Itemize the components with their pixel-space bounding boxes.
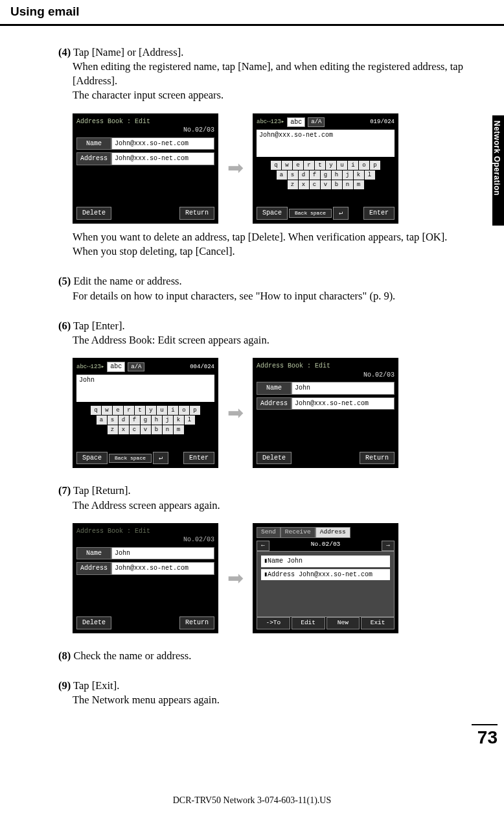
address-edit-button[interactable]: Edit [292,617,325,629]
kbd2-backspace-button[interactable]: Back space [109,454,152,463]
keyboard-key[interactable]: r [124,406,134,415]
footer: DCR-TRV50 Network 3-074-603-11(1).US [0,795,504,807]
tab-send[interactable]: Send [257,527,281,538]
keyboard-key[interactable]: x [299,180,309,189]
keyboard-key[interactable]: n [343,180,353,189]
keyboard-key[interactable]: p [190,406,200,415]
edit3-delete-button[interactable]: Delete [76,616,111,629]
keyboard-key[interactable]: i [348,161,358,170]
address-prev-button[interactable]: ← [257,541,269,552]
kbd1-mode-button[interactable]: abc [287,117,305,128]
keyboard-key[interactable]: m [174,425,184,434]
kbd2-textarea[interactable]: John [76,375,214,402]
edit3-no: No.02/03 [76,535,214,545]
edit2-no: No.02/03 [257,371,395,380]
keyboard-key[interactable]: v [141,425,151,434]
keyboard-key[interactable]: z [108,425,118,434]
keyboard-key[interactable]: x [119,425,129,434]
keyboard-key[interactable]: h [152,416,162,425]
keyboard-key[interactable]: k [354,170,364,180]
kbd2-enter-button[interactable]: Enter [183,452,214,465]
kbd2-counter: 004/024 [190,363,214,371]
step-8-num: (8) [58,650,71,662]
edit3-address-button[interactable]: Address [76,562,111,575]
keyboard-key[interactable]: w [102,406,112,415]
keyboard-key[interactable]: s [108,416,118,425]
keyboard-key[interactable]: g [321,170,331,180]
kbd2-mode-ind: abc↔123▸ [76,363,104,371]
kbd1-enter-button[interactable]: Enter [363,207,395,220]
edit1-address-button[interactable]: Address [76,152,111,165]
keyboard-key[interactable]: r [304,161,314,170]
step-5-line1: Edit the name or address. [73,275,181,287]
keyboard-key[interactable]: c [310,180,320,189]
kbd1-aA-button[interactable]: a/A [308,117,325,126]
keyboard-key[interactable]: o [359,161,369,170]
keyboard-key[interactable]: a [277,170,287,180]
edit1-name-button[interactable]: Name [76,137,111,150]
keyboard-key[interactable]: z [288,180,298,189]
kbd1-mode-ind: abc↔123▸ [257,118,284,126]
edit1-delete-button[interactable]: Delete [76,207,111,220]
keyboard-key[interactable]: d [119,416,129,425]
keyboard-key[interactable]: y [326,161,336,170]
edit1-return-button[interactable]: Return [179,207,214,220]
edit2-return-button[interactable]: Return [360,452,395,465]
address-to-button[interactable]: ->To [257,617,290,629]
keyboard-key[interactable]: q [271,161,281,170]
edit2-name-button[interactable]: Name [257,382,292,395]
keyboard-key[interactable]: u [337,161,347,170]
keyboard-key[interactable]: i [168,406,178,415]
keyboard-key[interactable]: a [97,416,107,425]
keyboard-key[interactable]: v [321,180,331,189]
edit3-name-button[interactable]: Name [76,547,111,560]
keyboard-key[interactable]: b [332,180,342,189]
address-next-button[interactable]: → [382,541,395,552]
keyboard-key[interactable]: d [299,170,309,180]
keyboard-key[interactable]: j [163,416,173,425]
keyboard-key[interactable]: l [365,170,375,180]
keyboard-key[interactable]: o [179,406,189,415]
edit2-address-button[interactable]: Address [257,397,292,410]
keyboard-key[interactable]: p [370,161,380,170]
keyboard-key[interactable]: j [343,170,353,180]
keyboard-key[interactable]: n [163,425,173,434]
kbd2-keys: qwertyuiop asdfghjkl zxcvbnm [76,406,214,434]
keyboard-key[interactable]: c [130,425,140,434]
keyboard-key[interactable]: t [135,406,145,415]
keyboard-key[interactable]: f [310,170,320,180]
kbd1-space-button[interactable]: Space [257,207,288,220]
keyboard-key[interactable]: t [315,161,325,170]
edit2-delete-button[interactable]: Delete [257,452,292,465]
address-new-button[interactable]: New [326,617,360,629]
kbd1-textarea[interactable]: John@xxx.so-net.com [257,130,395,157]
keyboard-key[interactable]: e [113,406,123,415]
keyboard-key[interactable]: w [282,161,292,170]
kbd2-aA-button[interactable]: a/A [128,362,144,371]
fig-address-screen: Send Receive Address ← No.02/03 → ▮Name … [253,523,398,633]
tab-receive[interactable]: Receive [281,527,315,538]
keyboard-key[interactable]: b [152,425,162,434]
kbd2-mode-button[interactable]: abc [107,362,125,372]
keyboard-key[interactable]: m [354,180,364,189]
keyboard-key[interactable]: k [174,416,184,425]
keyboard-key[interactable]: s [288,170,298,180]
kbd2-newline-button[interactable]: ↵ [153,452,168,465]
keyboard-key[interactable]: f [130,416,140,425]
tab-address[interactable]: Address [315,527,350,538]
keyboard-key[interactable]: l [185,416,195,425]
keyboard-key[interactable]: u [157,406,167,415]
address-exit-button[interactable]: Exit [361,617,395,629]
kbd2-space-button[interactable]: Space [76,452,108,465]
step-7-line2: The Address screen appears again. [58,498,472,513]
keyboard-key[interactable]: g [141,416,151,425]
keyboard-key[interactable]: q [91,406,101,415]
edit2-name-value: John [292,382,395,395]
edit3-return-button[interactable]: Return [179,616,214,629]
kbd1-backspace-button[interactable]: Back space [289,209,332,218]
keyboard-key[interactable]: y [146,406,156,415]
keyboard-key[interactable]: e [293,161,303,170]
kbd1-newline-button[interactable]: ↵ [333,207,349,220]
edit1-title: Address Book : Edit [76,117,214,126]
keyboard-key[interactable]: h [332,170,342,180]
